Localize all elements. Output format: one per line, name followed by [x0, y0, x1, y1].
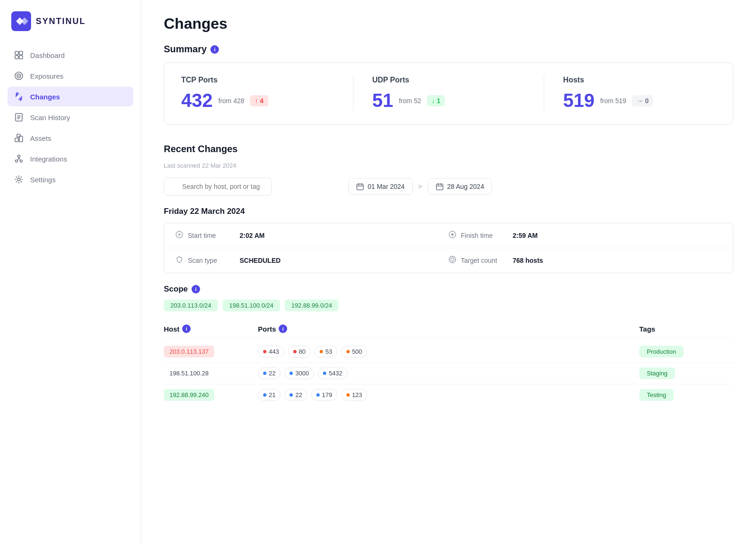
logo-icon: [11, 11, 31, 31]
svg-rect-21: [357, 184, 363, 190]
date-to-button[interactable]: 28 Aug 2024: [428, 178, 492, 195]
target-count-label: Target count: [461, 257, 508, 264]
port-dot: [346, 393, 350, 397]
finish-time-value: 2:59 AM: [513, 232, 538, 239]
port-tag: 123: [341, 389, 368, 401]
tcp-badge-arrow: ↑: [255, 97, 258, 105]
udp-ports-from: from 52: [399, 97, 421, 105]
port-dot: [346, 350, 350, 353]
scan-info-row-details: Scan type SCHEDULED Target count 768 hos…: [164, 248, 733, 273]
sidebar-item-changes[interactable]: Changes: [8, 87, 133, 106]
summary-title: Summary i: [164, 44, 733, 55]
recent-changes-section: Recent Changes Last scanned 22 Mar 2024 …: [164, 144, 733, 406]
tcp-ports-label: TCP Ports: [181, 76, 334, 84]
exposures-icon: [14, 71, 24, 81]
sidebar-item-label: Changes: [30, 93, 60, 101]
target-count-item: Target count 768 hosts: [449, 256, 722, 265]
tcp-ports-badge: ↑ 4: [250, 95, 268, 106]
scan-type-label: Scan type: [188, 257, 235, 264]
tag-cell: Staging: [639, 367, 733, 379]
start-time-item: Start time 2:02 AM: [176, 231, 449, 240]
svg-point-33: [449, 256, 456, 263]
udp-ports-value-row: 51 from 52 ↓ 1: [372, 90, 525, 111]
host-cell: 192.88.99.240: [164, 389, 258, 401]
port-tag: 53: [314, 346, 337, 357]
host-badge-plain: 198.51.100.28: [164, 367, 214, 379]
sidebar-item-dashboard[interactable]: Dashboard: [8, 45, 133, 65]
host-cell: 198.51.100.28: [164, 367, 258, 379]
port-tag: 500: [341, 346, 368, 357]
changes-icon: [14, 92, 24, 101]
finish-time-label: Finish time: [461, 232, 508, 239]
summary-info-icon[interactable]: i: [210, 45, 219, 54]
host-badge-green: 192.88.99.240: [164, 389, 214, 401]
sidebar-item-assets[interactable]: Assets: [8, 128, 133, 148]
target-icon: [449, 256, 456, 265]
row-tag: Production: [639, 346, 684, 357]
hosts-from: from 519: [600, 97, 626, 105]
udp-ports-value: 51: [372, 90, 394, 111]
host-table-section: Host i Ports i Tags 203.0.113.137: [164, 321, 733, 406]
udp-ports-label: UDP Ports: [372, 76, 525, 84]
svg-point-16: [20, 160, 23, 162]
summary-card: TCP Ports 432 from 428 ↑ 4 UDP Ports 51 …: [164, 62, 733, 125]
ports-info-icon[interactable]: i: [279, 325, 287, 333]
host-col-header: Host i: [164, 325, 258, 333]
dashboard-icon: [14, 50, 24, 60]
ports-cell: 443 80 53 500: [258, 346, 639, 357]
svg-rect-12: [15, 138, 18, 142]
hosts-label: Hosts: [563, 76, 716, 84]
calendar-to-icon: [436, 183, 443, 190]
scope-tags-row: 203.0.113.0/24 198.51.100.0/24 192.88.99…: [164, 300, 733, 311]
udp-badge-value: 1: [437, 97, 441, 105]
port-tag: 80: [288, 346, 311, 357]
search-input[interactable]: [164, 178, 272, 195]
port-tag: 3000: [284, 367, 314, 379]
sidebar-item-label: Dashboard: [30, 51, 64, 59]
logo-text: SYNTINUL: [36, 16, 86, 26]
tcp-badge-value: 4: [260, 97, 264, 105]
host-table-header: Host i Ports i Tags: [164, 321, 733, 338]
svg-marker-30: [179, 233, 181, 236]
scope-tag: 198.51.100.0/24: [223, 300, 280, 311]
tag-cell: Testing: [639, 389, 733, 401]
svg-rect-2: [19, 51, 23, 55]
date-from-value: 01 Mar 2024: [368, 183, 405, 190]
target-count-value: 768 hosts: [513, 257, 543, 264]
scope-info-icon[interactable]: i: [192, 285, 200, 293]
svg-point-20: [17, 178, 20, 181]
sidebar-item-scan-history[interactable]: Scan History: [8, 107, 133, 127]
udp-badge-arrow: ↓: [432, 97, 435, 105]
scan-type-item: Scan type SCHEDULED: [176, 256, 449, 265]
ports-col-header: Ports i: [258, 325, 639, 333]
start-time-value: 2:02 AM: [240, 232, 265, 239]
start-time-label: Start time: [188, 232, 235, 239]
svg-rect-14: [17, 134, 20, 137]
finish-time-item: Finish time 2:59 AM: [449, 231, 722, 240]
sidebar-item-settings[interactable]: Settings: [8, 170, 133, 189]
tcp-ports-summary: TCP Ports 432 from 428 ↑ 4: [181, 76, 354, 111]
port-dot: [263, 393, 266, 397]
date-range-arrow: >: [418, 183, 422, 190]
svg-rect-1: [15, 51, 18, 55]
row-tag: Staging: [639, 367, 675, 379]
scope-tag: 192.88.99.0/24: [285, 300, 339, 311]
scan-info-row-times: Start time 2:02 AM Finish time 2:59 AM: [164, 223, 733, 248]
sidebar-item-integrations[interactable]: Integrations: [8, 149, 133, 169]
table-row: 198.51.100.28 22 3000 5432: [164, 363, 733, 384]
table-row: 192.88.99.240 21 22 179: [164, 384, 733, 406]
svg-point-17: [18, 155, 20, 158]
host-info-icon[interactable]: i: [182, 325, 191, 333]
udp-ports-summary: UDP Ports 51 from 52 ↓ 1: [372, 76, 545, 111]
date-group-label: Friday 22 March 2024: [164, 207, 733, 216]
date-from-button[interactable]: 01 Mar 2024: [348, 178, 413, 195]
port-tag: 5432: [318, 367, 347, 379]
tags-col-header: Tags: [639, 325, 733, 333]
sidebar-item-exposures[interactable]: Exposures: [8, 66, 133, 86]
svg-point-15: [16, 160, 18, 162]
calendar-icon: [356, 183, 364, 190]
table-row: 203.0.113.137 443 80 53: [164, 341, 733, 363]
svg-point-34: [451, 258, 454, 261]
hosts-badge: → 0: [632, 95, 653, 106]
filters-row: 🔍 01 Mar 2024 >: [164, 178, 733, 195]
